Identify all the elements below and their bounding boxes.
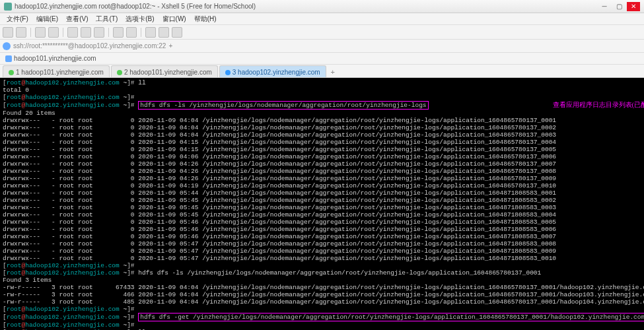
toolbar-open-icon[interactable] — [16, 27, 26, 38]
terminal[interactable]: [root@hadoop102.yinzhengjie.com ~]# ll t… — [0, 78, 644, 330]
bookmark-link[interactable]: hadoop101.yinzhengjie.com — [3, 55, 99, 62]
toolbar-disconnect-icon[interactable] — [48, 27, 59, 38]
session-tabs: 1 hadoop101.yinzhengjie.com 2 hadoop101.… — [0, 65, 644, 78]
bookmark-label: hadoop101.yinzhengjie.com — [14, 55, 96, 62]
menu-tools[interactable]: 工具(T) — [92, 13, 122, 25]
menu-view[interactable]: 查看(V) — [62, 13, 92, 25]
toolbar-props-icon[interactable] — [113, 27, 124, 38]
window-title: hadoop102.yinzhengjie.com root@hadoop102… — [15, 3, 596, 10]
globe-icon — [3, 42, 11, 50]
toolbar — [0, 25, 644, 40]
window-titlebar: hadoop102.yinzhengjie.com root@hadoop102… — [0, 0, 644, 13]
toolbar-fullscreen-icon[interactable] — [172, 27, 182, 38]
menu-bar: 文件(F) 编辑(E) 查看(V) 工具(T) 选项卡(B) 窗口(W) 帮助(… — [0, 13, 644, 25]
maximize-button[interactable]: ▢ — [612, 2, 626, 11]
menu-help[interactable]: 帮助(H) — [190, 13, 221, 25]
close-button[interactable]: ✕ — [627, 2, 640, 11]
toolbar-reconnect-icon[interactable] — [35, 27, 46, 38]
toolbar-tile-icon[interactable] — [145, 27, 156, 38]
tab-label: 2 hadoop101.yinzhengjie.com — [124, 69, 212, 76]
status-dot-icon — [9, 70, 14, 75]
tab-2[interactable]: 2 hadoop101.yinzhengjie.com — [111, 65, 218, 77]
link-icon — [5, 55, 12, 62]
tab-1[interactable]: 1 hadoop101.yinzhengjie.com — [3, 65, 110, 77]
menu-edit[interactable]: 编辑(E) — [32, 13, 62, 25]
app-icon — [4, 3, 12, 11]
toolbar-new-icon[interactable] — [3, 27, 13, 38]
toolbar-copy-icon[interactable] — [67, 27, 78, 38]
status-dot-icon — [225, 70, 231, 75]
address-text[interactable]: ssh://root:**********@hadoop102.yinzheng… — [13, 42, 166, 50]
menu-window[interactable]: 窗口(W) — [159, 13, 190, 25]
tab-label: 3 hadoop102.yinzhengjie.com — [233, 69, 320, 76]
menu-tab[interactable]: 选项卡(B) — [122, 13, 158, 25]
tab-label: 1 hadoop101.yinzhengjie.com — [16, 69, 104, 76]
toolbar-paste-icon[interactable] — [81, 27, 91, 38]
tab-3[interactable]: 3 hadoop102.yinzhengjie.com — [219, 65, 326, 77]
address-bar: ssh://root:**********@hadoop102.yinzheng… — [0, 40, 644, 53]
toolbar-find-icon[interactable] — [94, 27, 104, 38]
menu-file[interactable]: 文件(F) — [3, 13, 32, 25]
bookmark-bar: hadoop101.yinzhengjie.com — [0, 53, 644, 65]
toolbar-cascade-icon[interactable] — [159, 27, 169, 38]
minimize-button[interactable]: ─ — [598, 2, 611, 11]
new-tab-button[interactable]: + — [328, 67, 338, 77]
status-dot-icon — [117, 70, 122, 75]
toolbar-color-icon[interactable] — [126, 27, 137, 38]
address-add-icon[interactable]: + — [168, 42, 172, 50]
